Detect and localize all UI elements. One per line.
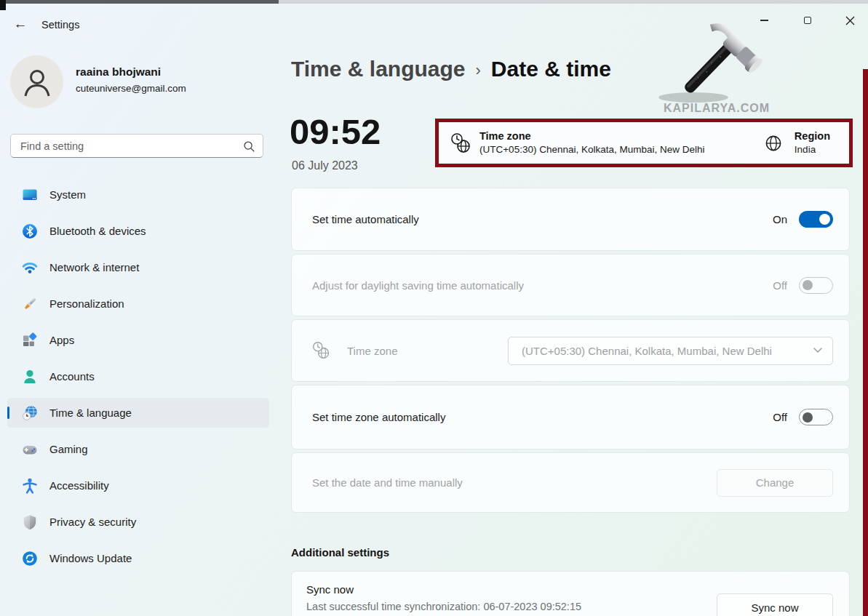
- card-set-timezone-automatically: Set time zone automatically Off: [291, 385, 850, 449]
- toggle-state-label: On: [773, 213, 787, 225]
- current-time: 09:52: [290, 111, 381, 152]
- back-icon: ←: [14, 16, 28, 32]
- breadcrumb: Time & language › Date & time: [291, 57, 611, 81]
- search-icon: [242, 140, 255, 153]
- current-date: 06 July 2023: [292, 159, 358, 172]
- sidebar-item-time-language[interactable]: Time & language: [7, 398, 269, 428]
- setting-label: Set the date and time manually: [312, 476, 463, 489]
- sync-now-button[interactable]: Sync now: [717, 593, 833, 616]
- user-email: cuteuniverse@gmail.com: [76, 83, 186, 94]
- page-title: Date & time: [491, 57, 611, 81]
- search-box[interactable]: [10, 134, 263, 158]
- set-time-automatically-toggle[interactable]: [799, 211, 833, 228]
- user-name: raaina bhojwani: [76, 65, 161, 79]
- screenshot-red-edge: [863, 69, 868, 616]
- region-overview: Region India: [764, 129, 830, 156]
- set-timezone-automatically-toggle[interactable]: [799, 409, 833, 425]
- wifi-icon: [22, 260, 38, 276]
- watermark-text: KAPILARYA.COM: [664, 102, 770, 115]
- toggle-knob: [819, 214, 830, 225]
- timezone-clock-globe-icon: [450, 132, 472, 154]
- card-sync-now: Sync now Last successful time synchroniz…: [291, 571, 850, 616]
- minimize-icon: [760, 20, 768, 20]
- setting-label: Set time automatically: [312, 213, 419, 225]
- card-set-date-time-manually: Set the date and time manually Change: [291, 452, 850, 513]
- sidebar-nav: System Bluetooth & devices Network & int…: [0, 180, 276, 580]
- update-icon: [22, 551, 38, 567]
- system-icon: [22, 187, 38, 203]
- timezone-dropdown: (UTC+05:30) Chennai, Kolkata, Mumbai, Ne…: [508, 337, 833, 365]
- background-window-strip-left: [0, 0, 279, 4]
- toggle-state-label: Off: [773, 279, 787, 292]
- sidebar-item-label: Bluetooth & devices: [49, 225, 146, 237]
- breadcrumb-parent[interactable]: Time & language: [291, 57, 466, 81]
- card-daylight-saving: Adjust for daylight saving time automati…: [291, 254, 850, 316]
- sidebar-item-bluetooth-devices[interactable]: Bluetooth & devices: [7, 216, 269, 246]
- sidebar-item-label: Time & language: [49, 407, 132, 419]
- sync-description: Last successful time synchronization: 06…: [306, 601, 581, 612]
- sync-title: Sync now: [306, 583, 581, 596]
- minimize-button[interactable]: [749, 10, 779, 31]
- sidebar-item-label: Windows Update: [49, 552, 132, 564]
- region-value: India: [795, 143, 830, 156]
- sidebar-item-windows-update[interactable]: Windows Update: [7, 543, 269, 573]
- paintbrush-icon: [22, 296, 38, 312]
- sidebar-item-network-internet[interactable]: Network & internet: [7, 252, 269, 282]
- sidebar-item-label: Privacy & security: [49, 516, 136, 528]
- sidebar-item-label: Accounts: [49, 370, 95, 383]
- screen-corner-artifact: [0, 0, 6, 10]
- region-title: Region: [795, 129, 830, 143]
- daylight-saving-toggle: [799, 277, 833, 294]
- app-title: Settings: [41, 19, 79, 31]
- breadcrumb-separator-icon: ›: [476, 59, 481, 80]
- toggle-knob: [803, 412, 813, 423]
- card-time-zone: Time zone (UTC+05:30) Chennai, Kolkata, …: [291, 319, 850, 382]
- toggle-state-label: Off: [773, 411, 787, 423]
- sidebar-item-label: Personalization: [49, 297, 124, 310]
- change-button: Change: [717, 469, 833, 497]
- timezone-value: (UTC+05:30) Chennai, Kolkata, Mumbai, Ne…: [479, 143, 705, 156]
- sidebar-item-personalization[interactable]: Personalization: [7, 289, 269, 319]
- sidebar-item-label: Network & internet: [49, 261, 139, 273]
- accessibility-icon: [22, 478, 38, 494]
- time-language-icon: [22, 405, 38, 421]
- gamepad-icon: [22, 441, 38, 457]
- shield-icon: [22, 514, 38, 530]
- setting-label: Time zone: [347, 345, 397, 357]
- sidebar-item-label: Apps: [49, 334, 74, 346]
- timezone-title: Time zone: [479, 129, 705, 143]
- maximize-button[interactable]: [793, 10, 822, 31]
- sidebar-item-system[interactable]: System: [7, 180, 269, 209]
- back-button[interactable]: ←: [10, 15, 31, 33]
- timezone-dropdown-value: (UTC+05:30) Chennai, Kolkata, Mumbai, Ne…: [522, 345, 772, 357]
- sidebar-item-label: Accessibility: [49, 479, 109, 492]
- sidebar-item-label: Gaming: [49, 443, 88, 455]
- timezone-overview: Time zone (UTC+05:30) Chennai, Kolkata, …: [450, 129, 705, 156]
- close-icon: [845, 16, 855, 25]
- setting-label: Adjust for daylight saving time automati…: [312, 279, 524, 292]
- search-input[interactable]: [20, 140, 242, 152]
- sidebar-item-label: System: [49, 188, 86, 201]
- accounts-person-icon: [22, 369, 38, 385]
- toggle-knob: [803, 280, 813, 290]
- setting-label: Set time zone automatically: [312, 411, 445, 423]
- timezone-clock-globe-icon: [312, 341, 331, 360]
- sidebar-item-accounts[interactable]: Accounts: [7, 361, 269, 391]
- sidebar-item-privacy-security[interactable]: Privacy & security: [7, 507, 269, 537]
- sidebar-item-gaming[interactable]: Gaming: [7, 434, 269, 464]
- additional-settings-heading: Additional settings: [291, 546, 389, 559]
- apps-icon: [22, 332, 38, 348]
- card-set-time-automatically: Set time automatically On: [291, 188, 850, 251]
- avatar[interactable]: [10, 55, 63, 108]
- background-window-strip-right: [279, 0, 868, 4]
- sidebar-item-accessibility[interactable]: Accessibility: [7, 471, 269, 500]
- sidebar-item-apps[interactable]: Apps: [7, 325, 269, 355]
- chevron-down-icon: [813, 348, 822, 353]
- region-globe-icon: [764, 134, 783, 153]
- bluetooth-icon: [22, 223, 38, 239]
- timezone-region-highlight-box: Time zone (UTC+05:30) Chennai, Kolkata, …: [435, 119, 853, 167]
- close-button[interactable]: [835, 10, 864, 31]
- maximize-icon: [804, 17, 811, 24]
- person-icon: [20, 65, 54, 99]
